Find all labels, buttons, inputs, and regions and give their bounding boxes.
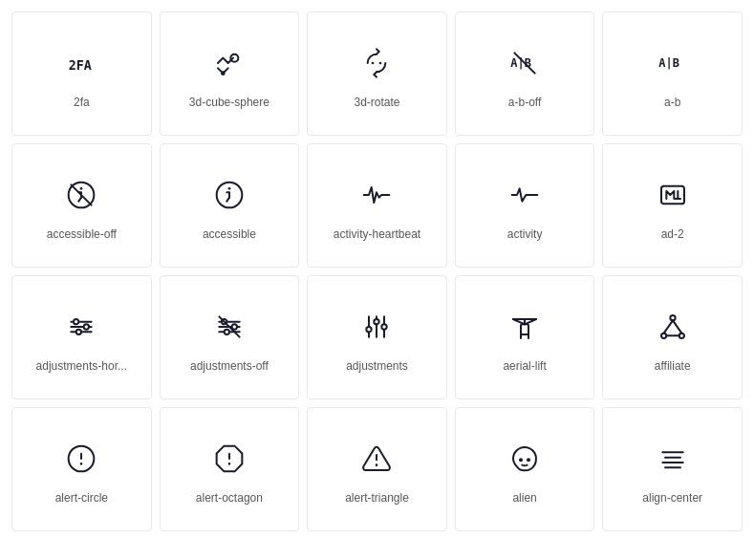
icon-card-accessible-off[interactable]: accessible-off xyxy=(11,143,152,268)
icon-card-alien[interactable]: alien xyxy=(455,407,595,531)
svg-point-53 xyxy=(228,463,229,464)
icon-card-align-center[interactable]: align-center xyxy=(602,407,743,531)
icon-label: 3d-cube-sphere xyxy=(189,96,269,111)
icon-label: alert-circle xyxy=(55,491,108,506)
icon-card-3d-cube-sphere[interactable]: 3d-cube-sphere xyxy=(160,11,300,136)
icon-card-alert-triangle[interactable]: alert-triangle xyxy=(307,407,447,531)
icon-card-activity[interactable]: activity xyxy=(455,143,595,268)
icon-label: 2fa xyxy=(74,96,90,111)
icon-card-ad-2[interactable]: ad-2 xyxy=(602,143,743,268)
icon-grid: 2FA 2fa 3d-cube-sphere 3 xyxy=(0,0,754,543)
alert-triangle-icon xyxy=(357,440,396,478)
icon-label: alert-triangle xyxy=(345,491,409,506)
icon-card-adjustments-hor[interactable]: adjustments-hor... xyxy=(11,275,152,399)
affiliate-icon xyxy=(654,308,692,346)
icon-card-3d-rotate[interactable]: 3d-rotate xyxy=(307,11,447,136)
alien-icon xyxy=(506,440,544,478)
svg-point-2 xyxy=(222,73,225,75)
svg-point-3 xyxy=(372,62,375,65)
svg-text:2FA: 2FA xyxy=(69,58,92,73)
icon-card-alert-circle[interactable]: alert-circle xyxy=(11,407,152,531)
icon-label: 3d-rotate xyxy=(354,96,399,111)
svg-point-55 xyxy=(377,464,377,465)
svg-point-27 xyxy=(225,330,229,334)
adjustments-hor-icon xyxy=(62,308,100,346)
icon-card-activity-heartbeat[interactable]: activity-heartbeat xyxy=(307,143,447,268)
activity-icon xyxy=(506,176,544,214)
icon-label: adjustments-hor... xyxy=(36,359,127,375)
svg-rect-13 xyxy=(661,186,684,205)
svg-point-34 xyxy=(382,325,387,330)
accessible-off-icon xyxy=(62,176,100,214)
aerial-lift-icon xyxy=(506,308,544,346)
icon-label: adjustments xyxy=(346,359,408,375)
icon-card-adjustments-off[interactable]: adjustments-off xyxy=(160,275,300,399)
icon-label: adjustments-off xyxy=(190,359,269,375)
activity-heartbeat-icon xyxy=(357,176,396,214)
align-center-icon xyxy=(654,440,692,478)
icon-label: activity-heartbeat xyxy=(334,227,420,243)
icon-card-a-b-off[interactable]: A|B a-b-off xyxy=(455,11,595,136)
svg-point-26 xyxy=(232,325,237,330)
svg-line-46 xyxy=(673,321,681,334)
icon-card-adjustments[interactable]: adjustments xyxy=(307,275,447,399)
a-b-icon: A|B xyxy=(654,44,692,82)
icon-label: ad-2 xyxy=(661,227,684,243)
icon-label: accessible-off xyxy=(47,227,117,243)
svg-point-32 xyxy=(375,319,379,324)
icon-label: affiliate xyxy=(655,359,691,375)
3d-rotate-icon xyxy=(357,44,396,82)
svg-point-19 xyxy=(74,319,78,324)
svg-point-33 xyxy=(367,327,372,332)
accessible-icon xyxy=(210,176,248,214)
svg-point-50 xyxy=(81,463,82,464)
svg-point-20 xyxy=(84,325,89,330)
svg-point-4 xyxy=(379,62,382,65)
adjustments-icon xyxy=(357,308,396,346)
alert-circle-icon xyxy=(62,440,100,478)
svg-point-57 xyxy=(527,459,530,463)
svg-line-45 xyxy=(663,321,672,334)
icon-card-accessible[interactable]: accessible xyxy=(160,143,300,268)
svg-point-56 xyxy=(519,459,523,463)
icon-card-affiliate[interactable]: affiliate xyxy=(602,275,743,399)
icon-label: activity xyxy=(507,227,543,243)
svg-point-9 xyxy=(80,187,83,190)
icon-card-aerial-lift[interactable]: aerial-lift xyxy=(455,275,595,399)
icon-card-2fa[interactable]: 2FA 2fa xyxy=(11,11,152,136)
icon-label: a-b-off xyxy=(508,96,541,111)
icon-label: a-b xyxy=(664,96,680,111)
3d-cube-sphere-icon xyxy=(210,44,248,82)
icon-label: align-center xyxy=(642,491,702,506)
icon-label: alert-octagon xyxy=(196,491,263,506)
ad-2-icon xyxy=(654,176,692,214)
svg-rect-35 xyxy=(521,325,528,335)
svg-point-12 xyxy=(228,187,231,190)
icon-label: alien xyxy=(512,491,536,506)
adjustments-off-icon xyxy=(210,308,248,346)
2fa-icon: 2FA xyxy=(62,44,100,82)
icon-card-alert-octagon[interactable]: alert-octagon xyxy=(160,407,300,531)
icon-label: accessible xyxy=(203,227,256,243)
icon-card-a-b[interactable]: A|B a-b xyxy=(602,11,743,136)
svg-text:A|B: A|B xyxy=(658,56,679,70)
a-b-off-icon: A|B xyxy=(506,44,544,82)
alert-octagon-icon xyxy=(210,440,248,478)
icon-label: aerial-lift xyxy=(503,359,546,375)
svg-point-21 xyxy=(76,330,81,334)
